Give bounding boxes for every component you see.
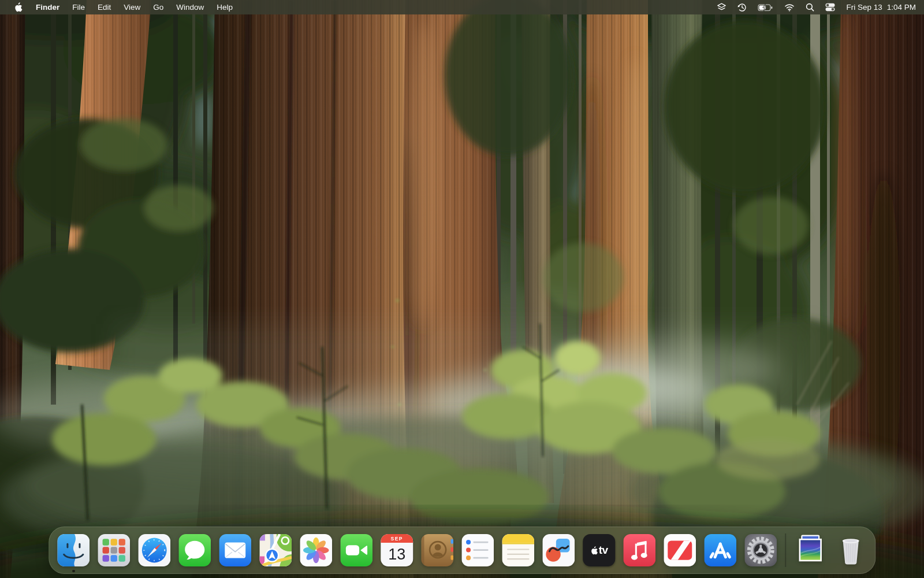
dock-icon-notes[interactable] — [502, 534, 534, 566]
dock-icon-reminders[interactable] — [461, 534, 494, 566]
menu-go[interactable]: Go — [147, 0, 170, 14]
stage-manager-icon[interactable] — [717, 0, 726, 14]
dock-icon-contacts[interactable] — [421, 534, 453, 566]
menu-bar: Finder File Edit View Go Window Help — [0, 0, 924, 14]
dock-icon-finder[interactable] — [57, 534, 90, 566]
apple-logo-icon — [14, 2, 23, 12]
spotlight-search-icon[interactable] — [806, 0, 814, 14]
calendar-day: 13 — [381, 543, 413, 566]
apple-tv-label: tv — [599, 544, 608, 557]
dock-icon-mail[interactable] — [219, 534, 251, 566]
desktop: Finder File Edit View Go Window Help — [0, 0, 924, 578]
clock-time: 1:04 PM — [887, 3, 916, 12]
dock-icon-safari[interactable] — [138, 534, 170, 566]
dock-icon-music[interactable] — [623, 534, 655, 566]
apple-menu[interactable] — [6, 0, 29, 14]
dock-icon-maps[interactable] — [259, 534, 292, 566]
dock-icon-calendar[interactable]: SEP 13 — [381, 534, 413, 566]
wifi-icon[interactable] — [784, 0, 795, 14]
menu-file[interactable]: File — [66, 0, 91, 14]
apple-logo-small-icon — [590, 546, 598, 555]
dock-icon-apple-tv[interactable]: tv — [583, 534, 615, 566]
dock-icon-trash[interactable] — [834, 534, 867, 566]
clock-date: Fri Sep 13 — [846, 3, 882, 12]
calendar-month: SEP — [381, 534, 413, 543]
menu-app-finder[interactable]: Finder — [29, 0, 66, 14]
calendar-tile: SEP 13 — [381, 534, 413, 566]
menu-window[interactable]: Window — [170, 0, 210, 14]
wallpaper-sequoia-forest — [0, 0, 924, 578]
dock-icon-freeform[interactable] — [542, 534, 575, 566]
menu-bar-left: Finder File Edit View Go Window Help — [0, 0, 239, 14]
dock-icon-facetime[interactable] — [340, 534, 372, 566]
dock-icon-photos[interactable] — [300, 534, 332, 566]
dock: SEP 13 — [49, 527, 875, 574]
dock-icon-messages[interactable] — [178, 534, 211, 566]
menu-bar-clock[interactable]: Fri Sep 13 1:04 PM — [846, 0, 916, 14]
dock-icon-news[interactable] — [664, 534, 696, 566]
dock-separator — [785, 533, 786, 567]
dock-icon-system-settings[interactable] — [744, 534, 777, 566]
time-machine-icon[interactable] — [737, 0, 747, 14]
battery-charging-icon[interactable] — [758, 0, 773, 14]
running-indicator — [72, 570, 75, 573]
dock-icon-app-store[interactable] — [704, 534, 736, 566]
menu-view[interactable]: View — [117, 0, 147, 14]
dock-icon-desktop-picture[interactable] — [794, 534, 826, 566]
apple-tv-tile: tv — [583, 534, 615, 566]
control-center-icon[interactable] — [825, 0, 835, 14]
menu-edit[interactable]: Edit — [91, 0, 117, 14]
dock-icon-launchpad[interactable] — [98, 534, 130, 566]
menu-help[interactable]: Help — [210, 0, 239, 14]
menu-bar-status: Fri Sep 13 1:04 PM — [717, 0, 924, 14]
